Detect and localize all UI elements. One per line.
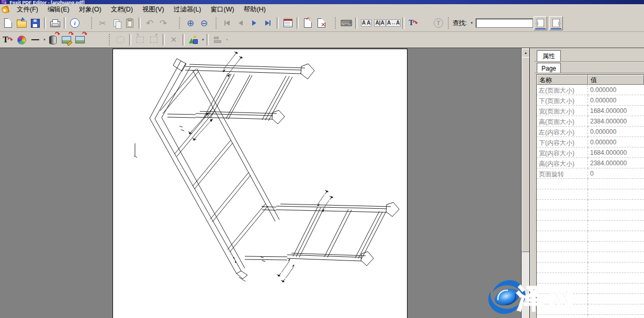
property-row[interactable]: 宽(页面大小)1684.000000 bbox=[537, 106, 644, 116]
property-row[interactable]: 左(页面大小)0.000000 bbox=[537, 85, 644, 95]
tab-properties[interactable]: 属性 bbox=[537, 50, 561, 62]
menu-file[interactable]: 文件(F) bbox=[12, 5, 43, 15]
toolbar-gripper[interactable] bbox=[179, 17, 182, 29]
prev-page-icon bbox=[239, 20, 243, 26]
arrow-up-icon: ▲ bbox=[524, 51, 527, 54]
keyboard-button[interactable]: ⌨ bbox=[340, 16, 353, 30]
page-layout-icon bbox=[284, 19, 292, 27]
table-empty-row bbox=[537, 179, 644, 189]
chevron-down-icon[interactable]: ▼ bbox=[225, 38, 229, 41]
char-scale-button[interactable]: A↔A bbox=[387, 16, 400, 30]
info-button[interactable]: i bbox=[68, 16, 82, 30]
table-empty-row bbox=[537, 252, 644, 263]
new-page-icon bbox=[4, 18, 12, 28]
edit-image-button[interactable]: ↷ bbox=[60, 33, 73, 47]
prev-page-button[interactable] bbox=[234, 16, 247, 30]
property-row[interactable]: 下(内容大小)0.000000 bbox=[537, 137, 644, 147]
table-header: 名称 值 bbox=[537, 75, 644, 85]
cad-drawing bbox=[113, 49, 407, 318]
table-empty-row bbox=[537, 200, 644, 210]
scroll-up-button[interactable]: ▲ bbox=[522, 49, 530, 58]
paste-button[interactable] bbox=[123, 16, 137, 30]
toolbar-gripper[interactable] bbox=[91, 17, 94, 29]
separator bbox=[163, 34, 165, 46]
separator bbox=[129, 34, 131, 46]
rotate-left-button[interactable]: ↰ bbox=[133, 33, 147, 47]
add-text-button[interactable]: T↷ bbox=[1, 33, 15, 47]
redo-button[interactable]: ↷ bbox=[156, 16, 170, 30]
rotate-selection-left-icon: ↰ bbox=[137, 37, 144, 43]
undo-button[interactable]: ↶ bbox=[143, 16, 156, 30]
print-button[interactable] bbox=[48, 16, 62, 30]
add-image-button[interactable]: ↷ bbox=[73, 33, 87, 47]
save-button[interactable] bbox=[28, 16, 42, 30]
document-icon[interactable] bbox=[1, 5, 10, 14]
rotate-right-button[interactable]: ↱ bbox=[147, 33, 161, 47]
add-shading-button[interactable]: ↷ bbox=[46, 33, 60, 47]
find-next-button[interactable] bbox=[549, 16, 563, 30]
separator bbox=[355, 17, 357, 29]
tab-page[interactable]: Page bbox=[537, 63, 561, 73]
table-empty-row bbox=[537, 263, 644, 273]
toolbar-gripper[interactable] bbox=[109, 34, 111, 46]
font-replace-button[interactable]: A A bbox=[359, 16, 373, 30]
menu-help[interactable]: 帮助(H) bbox=[239, 5, 270, 15]
menu-edit[interactable]: 编辑(E) bbox=[43, 5, 74, 15]
copy-button[interactable] bbox=[109, 16, 123, 30]
property-row[interactable]: 下(页面大小)0.000000 bbox=[537, 95, 644, 106]
application-window: Foxit PDF Editor - [anzhuang.pdf] 文件(F) … bbox=[0, 0, 644, 318]
menu-document[interactable]: 文档(D) bbox=[106, 5, 138, 15]
separator bbox=[277, 17, 279, 29]
insert-shape-button[interactable] bbox=[187, 33, 200, 47]
zoom-in-button[interactable]: ⊕ bbox=[184, 16, 197, 30]
separator bbox=[64, 17, 66, 29]
insert-text-button[interactable]: T↷ bbox=[406, 16, 420, 30]
rotate-page-button[interactable]: ↷ bbox=[301, 16, 314, 30]
separator bbox=[183, 34, 185, 46]
text-tool-button[interactable]: T bbox=[432, 16, 445, 30]
page-layout-button[interactable] bbox=[281, 16, 295, 30]
toolbar-gripper[interactable] bbox=[216, 17, 218, 29]
copy-icon bbox=[114, 19, 119, 27]
find-input[interactable] bbox=[476, 18, 533, 28]
delete-page-button[interactable]: ✕ bbox=[314, 16, 328, 30]
line-style-button[interactable] bbox=[28, 33, 42, 47]
property-row[interactable]: 页面旋转0 bbox=[537, 168, 644, 179]
property-row[interactable]: 高(页面大小)2384.000000 bbox=[537, 116, 644, 127]
char-spacing-button[interactable]: A|A bbox=[373, 16, 387, 30]
next-page-icon bbox=[252, 20, 256, 26]
cut-button[interactable]: ✂ bbox=[96, 16, 109, 30]
table-empty-row bbox=[537, 231, 644, 242]
align-button[interactable] bbox=[211, 33, 224, 47]
text-circle-icon: T bbox=[434, 18, 443, 28]
chevron-down-icon[interactable]: ▼ bbox=[201, 38, 205, 41]
toolbar-gripper[interactable] bbox=[448, 17, 450, 29]
property-row[interactable]: 宽(内容大小)1684.000000 bbox=[537, 147, 644, 158]
open-folder-icon bbox=[17, 21, 27, 28]
column-header-name[interactable]: 名称 bbox=[537, 75, 588, 85]
pdf-page[interactable] bbox=[112, 49, 408, 318]
lasso-edit-button[interactable] bbox=[114, 33, 127, 47]
menu-view[interactable]: 视图(V) bbox=[138, 5, 169, 15]
add-color-button[interactable] bbox=[15, 33, 28, 47]
zoom-out-button[interactable]: ⊖ bbox=[197, 16, 211, 30]
table-empty-row bbox=[537, 242, 644, 252]
find-dropdown-button[interactable]: ▼ bbox=[468, 18, 476, 28]
menu-object[interactable]: 对象(O) bbox=[74, 5, 106, 15]
find-previous-button[interactable] bbox=[534, 16, 547, 30]
menu-bar: 文件(F) 编辑(E) 对象(O) 文档(D) 视图(V) 过滤器(L) 窗口(… bbox=[0, 4, 644, 15]
new-button[interactable] bbox=[1, 16, 15, 30]
scrollbar-thumb[interactable] bbox=[522, 57, 530, 252]
open-button[interactable] bbox=[15, 16, 28, 30]
toolbar-gripper[interactable] bbox=[335, 17, 337, 29]
property-row[interactable]: 左(内容大小)0.000000 bbox=[537, 127, 644, 137]
next-page-button[interactable] bbox=[247, 16, 261, 30]
column-header-value[interactable]: 值 bbox=[588, 75, 644, 85]
property-row[interactable]: 高(内容大小)2384.000000 bbox=[537, 158, 644, 168]
delete-object-button[interactable]: ✕ bbox=[167, 33, 180, 47]
last-page-button[interactable] bbox=[261, 16, 275, 30]
menu-filter[interactable]: 过滤器(L) bbox=[169, 5, 206, 15]
menu-window[interactable]: 窗口(W) bbox=[206, 5, 239, 15]
delete-page-icon: ✕ bbox=[318, 18, 325, 28]
first-page-button[interactable] bbox=[220, 16, 234, 30]
